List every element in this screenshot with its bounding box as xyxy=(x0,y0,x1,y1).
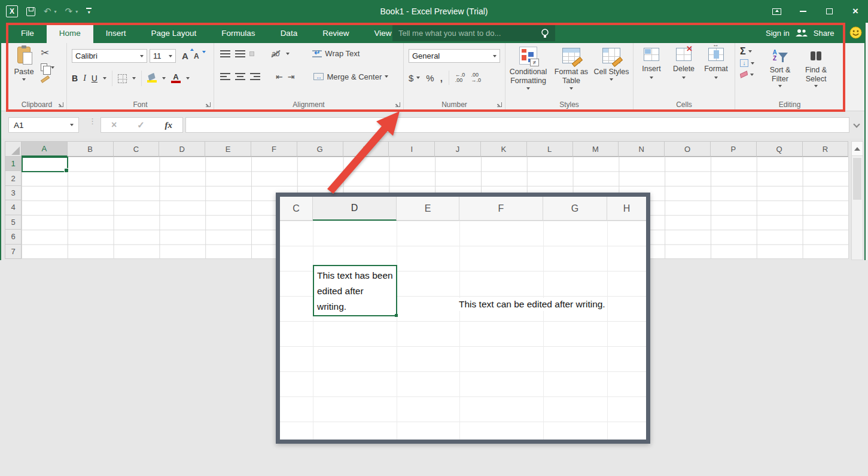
expand-formula-bar-icon[interactable] xyxy=(853,121,860,127)
ribbon-display-options-button[interactable] xyxy=(771,6,782,17)
select-all-corner[interactable] xyxy=(5,141,22,157)
copy-icon[interactable] xyxy=(41,63,47,71)
font-family-combo[interactable]: Calibri xyxy=(72,49,147,63)
ribbon-tab[interactable]: Home xyxy=(47,23,93,43)
share-button[interactable]: Share xyxy=(814,29,835,38)
increase-decimal-button[interactable]: ←.0.00 xyxy=(455,72,465,83)
column-header[interactable]: N xyxy=(619,141,665,157)
column-header[interactable]: O xyxy=(665,141,711,157)
delete-dropdown-icon[interactable] xyxy=(682,77,686,79)
row-header[interactable]: 1 xyxy=(5,157,22,171)
cancel-entry-icon[interactable]: × xyxy=(111,120,117,130)
find-select-dropdown-icon[interactable] xyxy=(814,85,818,87)
font-size-dropdown-icon[interactable] xyxy=(169,55,172,57)
font-color-dropdown-icon[interactable] xyxy=(186,77,190,80)
insert-function-icon[interactable]: fx xyxy=(165,120,173,130)
autosum-dropdown-icon[interactable] xyxy=(748,50,752,53)
bold-button[interactable]: B xyxy=(72,74,78,83)
clear-button[interactable] xyxy=(740,71,754,78)
selected-cell-a1[interactable] xyxy=(22,157,68,172)
orientation-button[interactable]: ab xyxy=(272,50,281,58)
sort-filter-button[interactable]: AZ Sort & Filter xyxy=(764,48,796,87)
format-painter-icon[interactable] xyxy=(41,75,50,83)
alignment-dialog-launcher-icon[interactable] xyxy=(395,102,400,107)
conditional-formatting-button[interactable]: Conditional Formatting xyxy=(507,47,550,90)
italic-button[interactable]: I xyxy=(83,74,86,83)
orientation-dropdown-icon[interactable] xyxy=(286,53,290,55)
font-color-button[interactable]: A xyxy=(171,74,181,83)
decrease-decimal-button[interactable]: .00→.0 xyxy=(471,72,481,83)
decrease-font-size-button[interactable]: A xyxy=(194,52,203,60)
sort-filter-dropdown-icon[interactable] xyxy=(778,85,782,87)
row-header[interactable]: 2 xyxy=(5,171,22,185)
insert-cells-button[interactable]: Insert xyxy=(636,48,667,79)
column-header[interactable]: L xyxy=(527,141,573,157)
name-box-dropdown-icon[interactable] xyxy=(70,124,74,126)
paste-button[interactable]: Paste xyxy=(12,47,36,97)
autosum-button[interactable]: Σ xyxy=(740,47,754,56)
font-family-dropdown-icon[interactable] xyxy=(140,55,144,57)
column-header[interactable]: H xyxy=(343,141,389,157)
accounting-dropdown-icon[interactable] xyxy=(416,77,420,79)
align-center-icon[interactable] xyxy=(235,73,245,80)
increase-font-size-button[interactable]: A xyxy=(182,51,191,61)
scroll-up-button[interactable] xyxy=(852,142,863,156)
fill-color-button[interactable] xyxy=(147,74,157,83)
ribbon-tab[interactable]: File xyxy=(8,23,47,43)
accounting-format-button[interactable]: $ xyxy=(409,73,413,83)
copy-dropdown-icon[interactable] xyxy=(51,66,54,69)
top-align-icon[interactable] xyxy=(220,50,230,57)
vertical-scrollbar[interactable] xyxy=(851,141,863,260)
column-header[interactable]: I xyxy=(389,141,435,157)
confirm-entry-icon[interactable]: ✓ xyxy=(137,120,145,130)
column-header[interactable]: F xyxy=(251,141,297,157)
column-header[interactable]: B xyxy=(68,141,114,157)
column-header[interactable]: D xyxy=(159,141,205,157)
cell-styles-dropdown-icon[interactable] xyxy=(610,78,613,81)
align-left-icon[interactable] xyxy=(220,73,230,80)
name-box[interactable]: A1 xyxy=(8,117,79,133)
format-dropdown-icon[interactable] xyxy=(714,77,718,79)
ribbon-tab[interactable]: Data xyxy=(268,23,310,43)
increase-indent-icon[interactable]: ⇥ xyxy=(288,72,295,81)
align-right-icon[interactable] xyxy=(250,73,260,80)
merge-center-button[interactable]: ↔ Merge & Center xyxy=(313,72,388,81)
minimize-button[interactable] xyxy=(797,6,808,17)
paste-dropdown-icon[interactable] xyxy=(22,78,26,81)
column-header[interactable]: P xyxy=(711,141,757,157)
tell-me-box[interactable]: Tell me what you want to do... xyxy=(392,25,555,41)
sign-in-link[interactable]: Sign in xyxy=(766,29,790,38)
column-header[interactable]: C xyxy=(114,141,160,157)
number-format-dropdown-icon[interactable] xyxy=(493,55,497,57)
ribbon-tab[interactable]: Insert xyxy=(93,23,139,43)
comma-style-button[interactable]: , xyxy=(440,73,443,83)
insert-dropdown-icon[interactable] xyxy=(650,77,653,79)
ribbon-tab[interactable]: Formulas xyxy=(209,23,267,43)
maximize-button[interactable] xyxy=(824,6,835,17)
row-header[interactable]: 3 xyxy=(5,186,22,200)
fill-color-dropdown-icon[interactable] xyxy=(162,77,166,80)
borders-dropdown-icon[interactable] xyxy=(132,77,136,80)
underline-button[interactable]: U xyxy=(92,74,98,83)
font-size-combo[interactable]: 11 xyxy=(150,49,176,63)
merge-center-dropdown-icon[interactable] xyxy=(385,75,388,78)
ribbon-tab[interactable]: Review xyxy=(310,23,361,43)
middle-align-icon[interactable] xyxy=(235,50,245,57)
column-header[interactable]: A xyxy=(22,141,68,157)
row-header[interactable]: 5 xyxy=(5,215,22,230)
number-format-combo[interactable]: General xyxy=(409,49,500,63)
row-header[interactable]: 7 xyxy=(5,245,22,259)
clipboard-dialog-launcher-icon[interactable] xyxy=(59,102,63,107)
font-dialog-launcher-icon[interactable] xyxy=(206,102,211,107)
column-header[interactable]: Q xyxy=(757,141,803,157)
wrap-text-button[interactable]: Wrap Text xyxy=(312,49,360,58)
row-header[interactable]: 4 xyxy=(5,200,22,215)
column-header[interactable]: E xyxy=(205,141,251,157)
decrease-indent-icon[interactable]: ⇤ xyxy=(276,72,283,81)
fill-dropdown-icon[interactable] xyxy=(751,62,754,65)
close-button[interactable]: × xyxy=(850,6,861,17)
scrollbar-thumb[interactable] xyxy=(853,158,861,200)
column-header[interactable]: K xyxy=(481,141,527,157)
clear-dropdown-icon[interactable] xyxy=(750,74,754,76)
column-header[interactable]: G xyxy=(297,141,343,157)
